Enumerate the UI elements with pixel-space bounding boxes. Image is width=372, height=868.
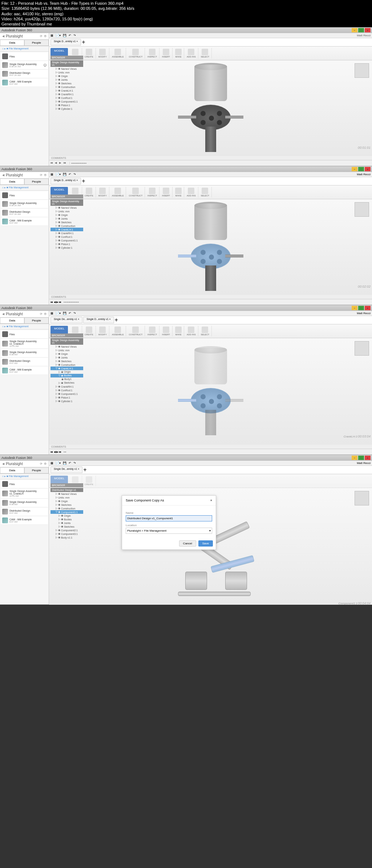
ribbon-create[interactable]: CREATE — [82, 187, 96, 197]
close-icon[interactable]: × — [365, 167, 371, 171]
viewport[interactable]: 00:02:02 — [49, 199, 372, 295]
tree-item[interactable]: ▷ ◉ Component1:1 — [50, 100, 83, 103]
ribbon-inspect[interactable]: INSPECT — [145, 48, 159, 59]
redo-icon[interactable]: ↷ — [73, 461, 76, 465]
ribbon-modify[interactable]: MODIFY — [96, 187, 109, 197]
info-icon[interactable]: ⓘ — [44, 63, 46, 67]
tree-item-selected[interactable]: ▽ ◉ CrankLH:1 — [50, 367, 83, 370]
location-selector[interactable]: Pluralsight > File Management▾ — [126, 528, 212, 534]
doc-tab[interactable]: Single De...embly v1 × — [50, 467, 82, 473]
file-item[interactable]: CAM - Mill Example8:07 AM — [1, 516, 48, 525]
ribbon-assemble[interactable]: ASSEMBLE — [110, 326, 126, 336]
ribbon-select[interactable]: SELECT — [199, 187, 212, 197]
tab-people[interactable]: People — [24, 467, 49, 473]
viewport[interactable]: 00:01:01 — [49, 60, 372, 156]
browser-header[interactable]: BROWSER — [50, 483, 83, 487]
timeline-play-icon[interactable]: ▶ — [59, 161, 63, 165]
dialog-close-icon[interactable]: × — [210, 499, 212, 502]
viewcube[interactable] — [355, 202, 369, 217]
tree-subitem[interactable]: ▷ ◉ Sketches — [50, 525, 83, 528]
add-tab-icon[interactable]: + — [83, 467, 86, 473]
file-item[interactable]: Single Design Assembly8:38 AM — [1, 349, 48, 357]
tree-item[interactable]: ▷ ◉ Joints — [50, 78, 83, 81]
redo-icon[interactable]: ↷ — [73, 173, 76, 176]
close-icon[interactable]: × — [365, 306, 371, 310]
ribbon-assemble[interactable]: ASSEMBLE — [110, 48, 126, 59]
comments-bar[interactable]: COMMENTS — [49, 156, 372, 160]
tab-data[interactable]: Data — [0, 467, 24, 473]
tree-item[interactable]: ▷ ◉ CrankLH:1 — [50, 89, 83, 92]
tree-item[interactable]: ▷ ◉ Joints — [50, 217, 83, 220]
tree-item[interactable]: ▷ ◉ Piston:1 — [50, 242, 83, 246]
undo-icon[interactable]: ↶ — [69, 34, 71, 37]
ribbon-select[interactable]: SELECT — [199, 326, 212, 336]
tree-item[interactable]: ▷ ◉ ConRod:1 — [50, 96, 83, 100]
timeline-back-icon[interactable]: ◀ — [54, 451, 56, 453]
panel-toggle-icon[interactable]: ▦ — [50, 34, 53, 37]
viewcube[interactable] — [355, 63, 369, 78]
maximize-icon[interactable]: □ — [358, 456, 364, 460]
user-label[interactable]: Matt Recci — [357, 34, 371, 37]
ribbon-construct[interactable]: CONSTRUCT — [126, 326, 145, 336]
add-tab-icon[interactable]: + — [82, 39, 85, 45]
ribbon-insert[interactable]: INSERT — [160, 48, 173, 59]
tree-subitem[interactable]: ▷ ◉ Sketches — [50, 381, 83, 385]
doc-tab[interactable]: Single D...embly v1 × — [50, 178, 81, 184]
timeline-play-icon[interactable]: ▶ — [56, 451, 58, 453]
minimize-icon[interactable]: − — [352, 28, 357, 32]
ribbon-make[interactable]: MAKE — [173, 187, 184, 197]
settings-icon[interactable]: ⚙ — [44, 173, 46, 177]
file-item[interactable]: Distributed Design8:07 2K AM — [1, 70, 48, 78]
tree-item[interactable]: ▷ Units: mm — [50, 348, 83, 352]
tree-subitem[interactable]: ▷ ◉ Bodies — [50, 517, 83, 521]
tree-item[interactable]: ▷ Units: mm — [50, 71, 83, 74]
viewport[interactable]: Save Component Copy As× Name Location Pl… — [49, 488, 372, 605]
ribbon-addins[interactable]: ADD-INS — [185, 48, 198, 59]
tree-item[interactable]: ▷ ◉ Origin — [50, 74, 83, 78]
tab-data[interactable]: Data — [0, 40, 24, 46]
tab-people[interactable]: People — [24, 179, 49, 185]
ribbon-inspect[interactable]: INSPECT — [145, 326, 159, 336]
file-item[interactable]: CAM - Mill Example8:07 AM — [1, 217, 48, 226]
tree-item[interactable]: ▷ ◉ Construction — [50, 507, 83, 510]
user-label[interactable]: Matt Recci — [357, 173, 371, 176]
tree-item[interactable]: ▷ ◉ Cylinder:1 — [50, 246, 83, 249]
tree-item[interactable]: ▷ ◉ Joints — [50, 356, 83, 359]
file-item[interactable]: CAM - Mill Example8:07 AM — [1, 367, 48, 375]
timeline-play-icon[interactable]: ▶ — [56, 301, 58, 304]
file-item[interactable]: Files — [1, 52, 48, 61]
file-item[interactable]: Single Design Assembly v1_CrankLH10:21 A… — [1, 339, 48, 349]
minimize-icon[interactable]: − — [352, 456, 357, 460]
browser-root[interactable]: Single Design Assembly v1 — [50, 199, 83, 206]
file-item[interactable]: Single Design Assembly8:38 AM — [1, 499, 48, 507]
name-input[interactable] — [126, 515, 212, 521]
back-icon[interactable]: ◀ — [2, 312, 4, 316]
timeline[interactable]: ⏮ ◀ ▶ ⏭ ▫▫▫▫▫▫▫▫▫▫▫▫▫▫▫▫▫ — [49, 160, 372, 166]
user-label[interactable]: Matt Recci — [357, 312, 371, 315]
ribbon-insert[interactable]: INSERT — [160, 326, 173, 336]
ribbon-modify[interactable]: MODIFY — [96, 48, 109, 59]
browser-header[interactable]: BROWSER — [50, 56, 83, 60]
file-item[interactable]: Distributed Design8:07 AM — [1, 358, 48, 366]
cancel-button[interactable]: Cancel — [179, 540, 196, 547]
tree-subitem-selected[interactable]: ▽ ◉ Bodies — [50, 374, 83, 377]
tree-item[interactable]: ▷ ◉ Construction — [50, 224, 83, 228]
browser-header[interactable]: BROWSER — [50, 195, 83, 199]
panel-toggle-icon[interactable]: ▦ — [50, 173, 53, 176]
timeline-back-icon[interactable]: ◀ — [55, 161, 58, 165]
timeline-start-icon[interactable]: ⏮ — [50, 301, 53, 303]
browser-root[interactable]: Distributed Design v1 — [50, 488, 83, 492]
settings-icon[interactable]: ⚙ — [44, 35, 46, 38]
tree-item[interactable]: ▷ ◉ Origin — [50, 352, 83, 356]
file-menu-icon[interactable]: 📄▾ — [56, 173, 61, 176]
panel-toggle-icon[interactable]: ▦ — [50, 312, 53, 315]
save-icon[interactable]: 💾 — [63, 461, 66, 465]
file-menu-icon[interactable]: 📄▾ — [56, 34, 61, 37]
maximize-icon[interactable]: □ — [358, 28, 364, 32]
doc-tab[interactable]: Single D...embly v1 × — [50, 39, 81, 45]
tree-item-selected[interactable]: ▷ ◉ CrankLH:1 — [50, 228, 83, 231]
undo-icon[interactable]: ↶ — [69, 461, 71, 465]
tab-data[interactable]: Data — [0, 317, 24, 324]
save-button[interactable]: Save — [198, 540, 213, 547]
ribbon-assemble[interactable]: ASSEMBLE — [110, 187, 126, 197]
